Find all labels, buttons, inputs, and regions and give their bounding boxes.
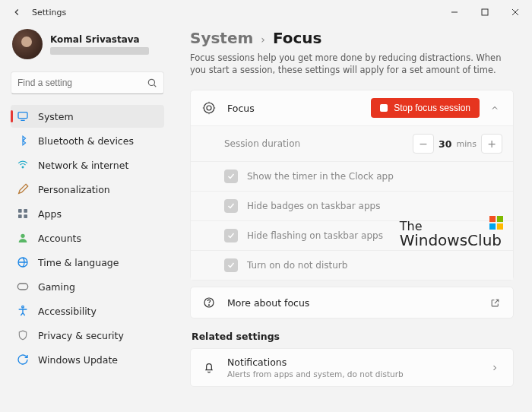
help-icon xyxy=(201,295,217,310)
bluetooth-icon xyxy=(17,135,29,147)
focus-header-row[interactable]: Focus Stop focus session xyxy=(191,90,513,125)
chevron-right-icon xyxy=(487,360,502,376)
breadcrumb: System › Focus xyxy=(190,29,514,47)
related-settings-title: Related settings xyxy=(192,331,514,342)
svg-rect-6 xyxy=(18,113,27,119)
paintbrush-icon xyxy=(17,183,29,195)
focus-icon xyxy=(201,100,217,116)
breadcrumb-parent[interactable]: System xyxy=(190,29,253,47)
profile-block[interactable]: Komal Srivastava xyxy=(11,24,164,67)
external-link-icon xyxy=(487,295,502,310)
svg-point-18 xyxy=(207,106,211,110)
nav-list: System Bluetooth & devices Network & int… xyxy=(11,105,164,371)
nav-label: Privacy & security xyxy=(38,330,124,341)
notifications-title: Notifications xyxy=(227,357,404,368)
nav-item-bluetooth[interactable]: Bluetooth & devices xyxy=(11,129,164,152)
nav-item-time-language[interactable]: Time & language xyxy=(11,251,164,274)
nav-label: Gaming xyxy=(38,281,75,293)
stop-focus-button[interactable]: Stop focus session xyxy=(371,98,480,118)
page-description: Focus sessions help you get more done by… xyxy=(190,52,509,76)
system-icon xyxy=(17,110,29,122)
nav-label: Time & language xyxy=(38,257,119,268)
nav-item-accessibility[interactable]: Accessibility xyxy=(11,299,164,322)
titlebar: Settings xyxy=(0,0,532,24)
focus-option-row[interactable]: Turn on do not disturb xyxy=(191,250,513,280)
nav-label: System xyxy=(38,111,74,122)
shield-icon xyxy=(17,329,29,341)
search-icon xyxy=(147,78,157,88)
focus-header-label: Focus xyxy=(227,103,255,114)
svg-rect-11 xyxy=(18,214,22,218)
svg-point-16 xyxy=(22,306,24,308)
svg-rect-10 xyxy=(24,209,27,213)
svg-rect-15 xyxy=(17,284,27,290)
focus-option-row[interactable]: Hide badges on taskbar apps xyxy=(191,191,513,220)
nav-item-gaming[interactable]: Gaming xyxy=(11,275,164,298)
checkbox-checked-icon[interactable] xyxy=(224,229,238,242)
nav-item-network[interactable]: Network & internet xyxy=(11,154,164,176)
search-box[interactable] xyxy=(11,71,164,94)
focus-card: Focus Stop focus session Session duratio… xyxy=(190,90,514,280)
session-duration-row: Session duration − 30 mins + xyxy=(191,125,513,161)
duration-stepper: − 30 mins + xyxy=(413,134,502,154)
gamepad-icon xyxy=(17,280,29,293)
chevron-up-icon[interactable] xyxy=(487,100,502,116)
svg-rect-9 xyxy=(18,209,22,213)
svg-rect-12 xyxy=(24,214,27,218)
checkbox-checked-icon[interactable] xyxy=(224,258,238,272)
session-duration-label: Session duration xyxy=(224,138,300,149)
svg-point-20 xyxy=(208,305,209,306)
more-about-focus-label: More about focus xyxy=(227,297,309,309)
nav-item-personalization[interactable]: Personalization xyxy=(11,178,164,201)
main-content: System › Focus Focus sessions help you g… xyxy=(172,24,532,412)
svg-point-4 xyxy=(148,79,154,85)
svg-point-17 xyxy=(204,103,214,113)
profile-name: Komal Srivastava xyxy=(50,34,149,45)
notifications-card[interactable]: Notifications Alerts from apps and syste… xyxy=(190,348,514,387)
svg-line-5 xyxy=(154,85,157,87)
focus-option-row[interactable]: Show the timer in the Clock app xyxy=(191,161,513,191)
avatar xyxy=(12,29,43,59)
breadcrumb-separator: › xyxy=(261,33,265,46)
focus-option-label: Hide flashing on taskbar apps xyxy=(247,230,383,241)
svg-rect-1 xyxy=(482,9,488,15)
nav-item-system[interactable]: System xyxy=(11,105,164,128)
clock-globe-icon xyxy=(17,256,29,268)
nav-item-accounts[interactable]: Accounts xyxy=(11,227,164,249)
svg-point-13 xyxy=(21,234,24,238)
apps-icon xyxy=(17,208,29,220)
stop-button-label: Stop focus session xyxy=(394,103,470,113)
search-input[interactable] xyxy=(17,78,147,88)
focus-option-label: Show the timer in the Clock app xyxy=(247,171,394,182)
back-button[interactable] xyxy=(11,6,23,18)
nav-label: Apps xyxy=(38,208,62,220)
duration-increment[interactable]: + xyxy=(481,134,502,154)
checkbox-checked-icon[interactable] xyxy=(224,170,238,183)
nav-item-update[interactable]: Windows Update xyxy=(11,348,164,371)
notifications-subtitle: Alerts from apps and system, do not dist… xyxy=(227,369,404,379)
update-icon xyxy=(17,353,29,366)
focus-option-row[interactable]: Hide flashing on taskbar apps xyxy=(191,220,513,250)
nav-item-apps[interactable]: Apps xyxy=(11,202,164,225)
nav-item-privacy[interactable]: Privacy & security xyxy=(11,324,164,347)
duration-unit: mins xyxy=(457,139,477,149)
wifi-icon xyxy=(17,159,29,171)
duration-decrement[interactable]: − xyxy=(413,134,434,154)
svg-point-8 xyxy=(22,166,24,168)
minimize-button[interactable] xyxy=(439,2,470,23)
sidebar: Komal Srivastava System Bluetooth & devi… xyxy=(0,24,172,412)
nav-label: Bluetooth & devices xyxy=(38,135,134,147)
focus-option-label: Hide badges on taskbar apps xyxy=(247,201,380,211)
nav-label: Accounts xyxy=(38,233,81,244)
more-about-focus-card[interactable]: More about focus xyxy=(190,287,514,319)
duration-value: 30 xyxy=(439,138,451,150)
window-title: Settings xyxy=(32,8,66,17)
nav-label: Windows Update xyxy=(38,354,118,366)
person-icon xyxy=(17,232,29,244)
nav-label: Accessibility xyxy=(38,306,97,317)
close-button[interactable] xyxy=(500,2,530,23)
checkbox-checked-icon[interactable] xyxy=(224,199,238,213)
maximize-button[interactable] xyxy=(470,2,500,23)
accessibility-icon xyxy=(17,305,29,317)
stop-icon xyxy=(380,104,388,112)
